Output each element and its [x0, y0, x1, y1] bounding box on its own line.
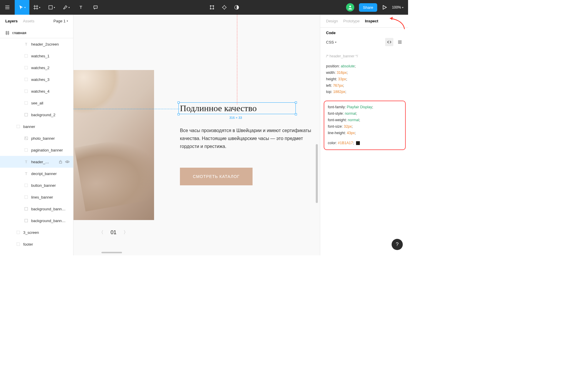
pagination-prev[interactable]: 〈: [99, 229, 103, 236]
canvas-vertical-scrollbar[interactable]: [316, 144, 318, 203]
svg-rect-28: [25, 113, 28, 116]
selection-handle-ne[interactable]: [295, 101, 297, 104]
code-section-title: Code: [320, 27, 408, 36]
guide-vertical: [237, 15, 237, 104]
layer-row[interactable]: Theader_2screen: [0, 38, 73, 50]
svg-point-35: [67, 161, 68, 162]
svg-rect-27: [25, 101, 28, 104]
layer-label: header_…: [31, 160, 59, 164]
layer-type-icon: [24, 77, 28, 81]
layer-label: banner: [23, 124, 70, 129]
layer-row[interactable]: banner: [0, 121, 73, 132]
layer-row[interactable]: 3_screen: [0, 227, 73, 238]
help-button[interactable]: ?: [392, 239, 403, 250]
layer-type-icon: [24, 113, 28, 117]
zoom-dropdown[interactable]: 100%▾: [392, 5, 403, 9]
right-panel-tabs: Design Prototype Inspect: [320, 15, 408, 27]
layer-row[interactable]: Tdecript_banner: [0, 168, 73, 179]
layer-label: 3_screen: [23, 230, 70, 235]
move-tool[interactable]: ▾: [15, 0, 29, 15]
svg-rect-24: [25, 66, 28, 69]
tab-design[interactable]: Design: [326, 19, 338, 23]
visibility-icon[interactable]: [65, 160, 70, 164]
tab-inspect[interactable]: Inspect: [365, 19, 378, 23]
layer-row[interactable]: footer: [0, 238, 73, 250]
code-language-dropdown[interactable]: CSS ▾: [326, 40, 336, 44]
selection-handle-nw[interactable]: [178, 101, 180, 104]
left-panel-tabs: Layers Assets Page 1 ▾: [0, 15, 73, 28]
present-button[interactable]: [382, 0, 387, 15]
pen-tool[interactable]: ▾: [59, 0, 74, 15]
svg-rect-38: [25, 196, 28, 199]
comment-tool[interactable]: [88, 0, 103, 15]
code-view-icon[interactable]: [385, 38, 393, 46]
layer-row[interactable]: watches_1: [0, 50, 73, 62]
layer-label: background_bann…: [31, 207, 70, 211]
layer-label: see_all: [31, 101, 70, 105]
layer-label: footer: [23, 242, 70, 247]
tab-assets[interactable]: Assets: [23, 19, 34, 23]
mask-tool[interactable]: [222, 0, 227, 15]
layer-type-icon: [24, 195, 28, 199]
svg-rect-37: [25, 184, 28, 187]
code-output[interactable]: /* header_banner */ position: absolute;w…: [320, 49, 408, 99]
layer-row[interactable]: background_2: [0, 109, 73, 121]
table-view-icon[interactable]: [396, 38, 404, 46]
boolean-tool[interactable]: [234, 0, 239, 15]
frame-row[interactable]: главная: [0, 28, 73, 38]
layer-row[interactable]: pagination_banner: [0, 144, 73, 156]
layer-row[interactable]: watches_2: [0, 62, 73, 74]
tab-layers[interactable]: Layers: [5, 19, 18, 23]
svg-marker-14: [222, 5, 226, 9]
layer-type-icon: [24, 101, 28, 105]
layer-label: background_2: [31, 113, 70, 117]
svg-rect-41: [17, 231, 20, 234]
selection-handle-se[interactable]: [295, 113, 297, 115]
share-button[interactable]: Share: [359, 3, 377, 12]
layer-label: photo_banner: [31, 136, 70, 141]
layer-row[interactable]: Theader_…: [0, 156, 73, 168]
menu-button[interactable]: [0, 0, 15, 15]
code-line: line-height: 43px;: [328, 130, 402, 136]
layer-row[interactable]: background_bann…: [0, 215, 73, 227]
component-tool[interactable]: [209, 0, 215, 15]
selection-handle-sw[interactable]: [178, 113, 180, 115]
layer-row[interactable]: lines_banner: [0, 191, 73, 203]
tab-prototype[interactable]: Prototype: [343, 19, 360, 23]
layer-row[interactable]: photo_banner: [0, 132, 73, 144]
page-selector[interactable]: Page 1 ▾: [54, 19, 68, 23]
pagination-next[interactable]: 〉: [123, 229, 128, 236]
layer-label: button_banner: [31, 183, 70, 188]
cta-button[interactable]: СМОТРЕТЬ КАТАЛОГ: [180, 168, 253, 185]
top-toolbar: ▾ ▾ ▾ ▾ T Share 100%▾: [0, 0, 408, 15]
layer-label: pagination_banner: [31, 148, 70, 152]
banner-image: [74, 70, 154, 220]
layer-row[interactable]: button_banner: [0, 179, 73, 191]
layer-row[interactable]: background_bann…: [0, 203, 73, 215]
unlock-icon[interactable]: [59, 160, 63, 164]
svg-rect-26: [25, 90, 28, 93]
layer-row[interactable]: watches_3: [0, 74, 73, 85]
color-swatch: [356, 141, 360, 145]
avatar[interactable]: [346, 3, 354, 11]
svg-text:T: T: [25, 160, 27, 164]
guide-horizontal: [74, 109, 179, 109]
svg-rect-34: [59, 161, 62, 163]
canvas-horizontal-scrollbar[interactable]: [101, 252, 122, 253]
layer-type-icon: [24, 54, 28, 58]
layer-type-icon: [16, 242, 20, 246]
canvas[interactable]: 316 × 33 Подлинное качество Все часы про…: [74, 15, 320, 255]
text-tool[interactable]: T: [74, 0, 88, 15]
layer-label: watches_4: [31, 89, 70, 94]
shape-tool[interactable]: ▾: [44, 0, 59, 15]
layer-row[interactable]: watches_4: [0, 85, 73, 97]
pagination: 〈 01 〉: [99, 229, 128, 236]
frame-tool[interactable]: ▾: [29, 0, 44, 15]
svg-rect-29: [17, 125, 20, 128]
layers-list: Theader_2screenwatches_1watches_2watches…: [0, 38, 73, 255]
svg-text:T: T: [25, 171, 27, 176]
left-panel: Layers Assets Page 1 ▾ главная Theader_2…: [0, 15, 74, 255]
right-panel: Design Prototype Inspect Code CSS ▾ /* h…: [320, 15, 408, 255]
pagination-number: 01: [111, 229, 116, 236]
layer-row[interactable]: see_all: [0, 97, 73, 109]
